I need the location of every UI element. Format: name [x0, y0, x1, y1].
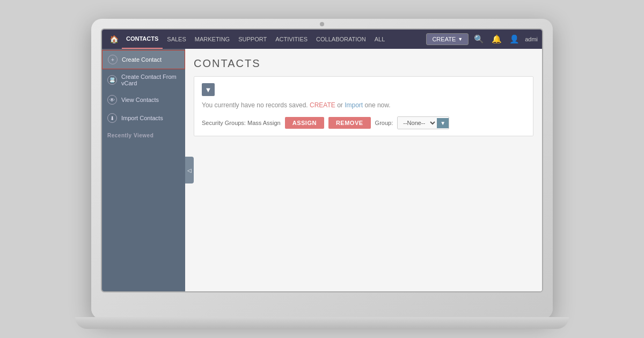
sidebar-item-create-contact[interactable]: + Create Contact [102, 50, 185, 69]
recently-viewed-label: Recently Viewed [102, 127, 185, 141]
nav-item-marketing[interactable]: MARKETING [191, 30, 234, 49]
view-contacts-icon: 👁 [107, 95, 117, 105]
create-dropdown-arrow: ▼ [458, 36, 463, 42]
group-label: Group: [375, 120, 393, 126]
laptop-screen: 🏠 CONTACTS SALES MARKETING SUPPORT ACTIV… [101, 28, 543, 292]
content-area: CONTACTS ▼ You currently have no records… [185, 49, 542, 291]
create-contact-icon: + [108, 55, 118, 64]
import-link[interactable]: Import [345, 101, 363, 109]
sidebar-collapse-button[interactable]: ◁ [185, 157, 194, 183]
create-link[interactable]: CREATE [310, 101, 335, 109]
sidebar-item-view-contacts[interactable]: 👁 View Contacts [102, 91, 185, 109]
assign-button[interactable]: ASSIGN [285, 117, 324, 129]
user-avatar-icon[interactable]: 👤 [507, 34, 522, 44]
laptop-base [75, 317, 569, 329]
nav-item-activities[interactable]: ACTIVITIES [271, 30, 312, 49]
home-icon[interactable]: 🏠 [106, 35, 122, 43]
group-select[interactable]: --None-- [398, 117, 437, 129]
user-label[interactable]: admi [525, 36, 538, 42]
create-button[interactable]: CREATE ▼ [426, 33, 469, 45]
nav-item-contacts[interactable]: CONTACTS [122, 30, 163, 49]
search-icon[interactable]: 🔍 [472, 34, 486, 44]
sidebar-item-import-contacts[interactable]: ⬇ Import Contacts [102, 109, 185, 127]
group-select-arrow-icon[interactable]: ▼ [437, 118, 449, 128]
nav-item-support[interactable]: SUPPORT [234, 30, 271, 49]
topnav-actions: CREATE ▼ 🔍 🔔 👤 admi [426, 33, 538, 45]
filter-icon[interactable]: ▼ [202, 83, 215, 96]
nav-item-collaboration[interactable]: COLLABORATION [312, 30, 370, 49]
mass-assign-label: Security Groups: Mass Assign [202, 120, 281, 126]
sidebar: + Create Contact 📇 Create Contact From v… [102, 49, 185, 291]
main-area: + Create Contact 📇 Create Contact From v… [102, 49, 542, 291]
vcard-icon: 📇 [107, 75, 117, 85]
group-select-wrapper: --None-- ▼ [397, 116, 449, 129]
sidebar-item-create-from-vcard[interactable]: 📇 Create Contact From vCard [102, 69, 185, 91]
contacts-card: ▼ You currently have no records saved. C… [194, 76, 533, 136]
laptop-frame: 🏠 CONTACTS SALES MARKETING SUPPORT ACTIV… [91, 19, 553, 319]
nav-item-all[interactable]: ALL [370, 30, 390, 49]
filter-bar: ▼ [202, 83, 525, 96]
mass-assign-bar: Security Groups: Mass Assign ASSIGN REMO… [202, 116, 525, 129]
top-navigation: 🏠 CONTACTS SALES MARKETING SUPPORT ACTIV… [102, 30, 542, 49]
camera-notch [320, 22, 324, 26]
bell-icon[interactable]: 🔔 [489, 34, 504, 44]
nav-item-sales[interactable]: SALES [163, 30, 190, 49]
page-title: CONTACTS [194, 57, 533, 70]
empty-message: You currently have no records saved. CRE… [202, 101, 525, 109]
remove-button[interactable]: REMOVE [328, 117, 371, 129]
import-contacts-icon: ⬇ [107, 113, 117, 123]
